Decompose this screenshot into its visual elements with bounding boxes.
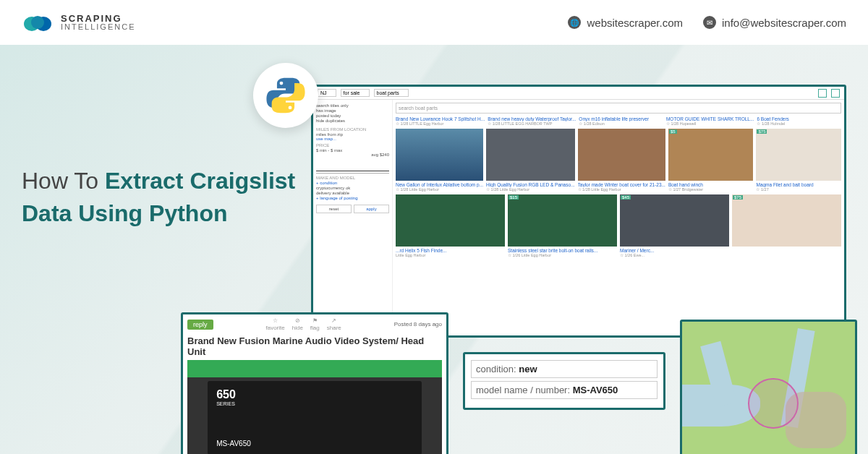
- listing[interactable]: Onyx m16 inflatable life preserver☆ 1/28…: [579, 116, 663, 126]
- price-tag: $75: [733, 195, 743, 200]
- logo-text: SCRAPING INTELLIGENCE: [61, 14, 135, 31]
- listing-sub: ☆ 1/28 Hopewell: [666, 121, 754, 126]
- region-select[interactable]: NJ: [318, 89, 336, 97]
- hide-button[interactable]: ⊘hide: [292, 317, 303, 331]
- thumb-image: $45: [620, 194, 729, 247]
- listing-sub: ☆ 1/28 LITTLE EGG HARBOR TWP: [488, 121, 576, 126]
- listing[interactable]: 6 Boat Fenders☆ 1/28 Holmdel: [757, 116, 841, 126]
- language-link[interactable]: + language of posting: [316, 196, 389, 200]
- results-grid: search boat parts Brand New Lowrance Hoo…: [393, 100, 844, 335]
- craigslist-browser-panel: NJ for sale boat parts search titles onl…: [311, 85, 846, 338]
- listing[interactable]: $5Boat hand winch☆ 1/27 Bridgewater: [668, 129, 754, 192]
- listing[interactable]: ...rd Helix 5 Fish Finde...Little Egg Ha…: [396, 194, 505, 257]
- listing-sub: ☆ 1/28 Holmdel: [757, 121, 841, 126]
- price-slider[interactable]: [316, 159, 389, 174]
- listing[interactable]: New Gallon of Interlux Ablative bottom p…: [396, 129, 483, 192]
- category-select[interactable]: for sale: [341, 89, 370, 97]
- grid-view-icon[interactable]: [818, 89, 827, 98]
- favorite-button[interactable]: ☆favorite: [265, 317, 284, 331]
- attributes-panel: condition: new model name / number: MS-A…: [463, 352, 665, 410]
- price-tag: $5: [669, 129, 677, 134]
- listing[interactable]: Brand new heavy duty Waterproof Taylor..…: [488, 116, 576, 126]
- listing-sub: ☆ 1/28 Little Egg Harbor: [578, 187, 665, 192]
- listing[interactable]: Brand New Lowrance Hook 7 Splitshot H...…: [396, 116, 485, 126]
- hide-icon: ⊘: [295, 317, 300, 324]
- model-row: model name / number: MS-AV650: [471, 381, 658, 399]
- listing[interactable]: $15Stainless steel star brite bolt-on bo…: [508, 194, 617, 257]
- location-radius-icon: [748, 378, 799, 429]
- listing[interactable]: High Quality Fusion RGB LED & Panaso...☆…: [486, 129, 574, 192]
- email-link[interactable]: ✉ info@websitescraper.com: [703, 16, 846, 29]
- share-icon: ↗: [331, 317, 336, 324]
- view-toggles: [818, 89, 840, 98]
- title-bold-1: Extract Craigslist: [105, 168, 295, 194]
- title-line2: Data Using Python: [22, 200, 295, 227]
- grid-row: ...rd Helix 5 Fish Finde...Little Egg Ha…: [396, 194, 841, 257]
- thumb-image: $75: [732, 194, 841, 247]
- filter-check[interactable]: search titles only: [316, 103, 389, 108]
- filter-check[interactable]: cryptocurrency ok: [316, 186, 389, 190]
- website-link[interactable]: 🌐 websitescraper.com: [568, 16, 683, 29]
- reset-button[interactable]: reset: [316, 205, 352, 213]
- brand-logo[interactable]: SCRAPING INTELLIGENCE: [22, 11, 135, 34]
- share-button[interactable]: ↗share: [327, 317, 341, 331]
- page-title: How To Extract Craigslist Data Using Pyt…: [22, 168, 295, 233]
- logo-line2: INTELLIGENCE: [61, 23, 135, 31]
- filter-check[interactable]: posted today: [316, 113, 389, 118]
- listing-sub: ☆ 1/27 Bridgewater: [668, 187, 754, 192]
- mail-icon: ✉: [703, 16, 716, 29]
- reply-button[interactable]: reply: [187, 320, 213, 330]
- listing-detail-panel: reply ☆favorite ⊘hide ⚑flag ↗share Poste…: [181, 312, 448, 454]
- listing-title: New Gallon of Interlux Ablative bottom p…: [396, 182, 483, 187]
- condition-row: condition: new: [471, 360, 658, 378]
- filter-sidebar: search titles only has image posted toda…: [313, 100, 393, 335]
- subcategory-select[interactable]: boat parts: [374, 89, 409, 97]
- listing[interactable]: Taylor made Winter boat cover for 21-23.…: [578, 129, 665, 192]
- make-heading: MAKE AND MODEL: [316, 176, 389, 180]
- python-logo-icon: [265, 74, 307, 116]
- box-series-label: SERIES: [216, 401, 235, 406]
- list-view-icon[interactable]: [831, 89, 840, 98]
- title-line1: How To Extract Craigslist: [22, 168, 295, 194]
- detail-actions: ☆favorite ⊘hide ⚑flag ↗share: [265, 317, 341, 331]
- map-panel[interactable]: [680, 320, 857, 454]
- condition-link[interactable]: + condition: [316, 181, 389, 185]
- listing-title: Taylor made Winter boat cover for 21-23.…: [578, 182, 665, 187]
- listing-title: Magma Filet and bait board: [756, 182, 841, 187]
- miles-heading: MILES FROM LOCATION: [316, 127, 389, 132]
- box-model-number: 650: [216, 388, 236, 401]
- listing-title: MOTOR GUIDE WHITE SHARK TROLL...: [666, 116, 754, 121]
- listing[interactable]: MOTOR GUIDE WHITE SHARK TROLL...☆ 1/28 H…: [666, 116, 754, 126]
- filter-check[interactable]: hide duplicates: [316, 119, 389, 123]
- search-input[interactable]: search boat parts: [396, 103, 841, 113]
- listing-title: High Quality Fusion RGB LED & Panaso...: [486, 182, 574, 187]
- python-badge: [253, 63, 318, 128]
- price-heading: PRICE: [316, 143, 389, 147]
- listing[interactable]: $75: [732, 194, 841, 257]
- apply-button[interactable]: apply: [354, 205, 389, 213]
- site-header: SCRAPING INTELLIGENCE 🌐 websitescraper.c…: [0, 0, 868, 45]
- price-tag: $45: [621, 195, 631, 200]
- globe-icon: 🌐: [568, 16, 581, 29]
- thumb-image: [396, 129, 483, 181]
- flag-icon: ⚑: [312, 317, 318, 324]
- map-link[interactable]: use map...: [316, 137, 389, 141]
- condition-value: new: [519, 364, 537, 374]
- listing-sub: ☆ 1/28 Little Egg Harbor: [486, 187, 574, 192]
- thumb-image: $15: [508, 194, 617, 247]
- listing[interactable]: $45Mariner / Merc...☆ 1/26 Ewe...: [620, 194, 729, 257]
- listing-title: Mariner / Merc...: [620, 248, 729, 253]
- flag-button[interactable]: ⚑flag: [310, 317, 320, 331]
- browser-nav-bar: NJ for sale boat parts: [313, 87, 844, 100]
- grid-row: New Gallon of Interlux Ablative bottom p…: [396, 129, 841, 192]
- detail-image[interactable]: 650 SERIES MS-AV650: [187, 360, 442, 454]
- filter-check[interactable]: has image: [316, 108, 389, 113]
- listing[interactable]: $75Magma Filet and bait board☆ 1/27: [756, 129, 841, 192]
- filter-check[interactable]: delivery available: [316, 191, 389, 195]
- listing-title: Boat hand winch: [668, 182, 754, 187]
- title-bold-2: Data Using Python: [22, 200, 227, 226]
- grid-row: Brand New Lowrance Hook 7 Splitshot H...…: [396, 116, 841, 126]
- box-full-model: MS-AV650: [216, 440, 251, 447]
- model-value: MS-AV650: [573, 385, 618, 395]
- listing-sub: ☆ 1/28 Little Egg Harbor: [396, 187, 483, 192]
